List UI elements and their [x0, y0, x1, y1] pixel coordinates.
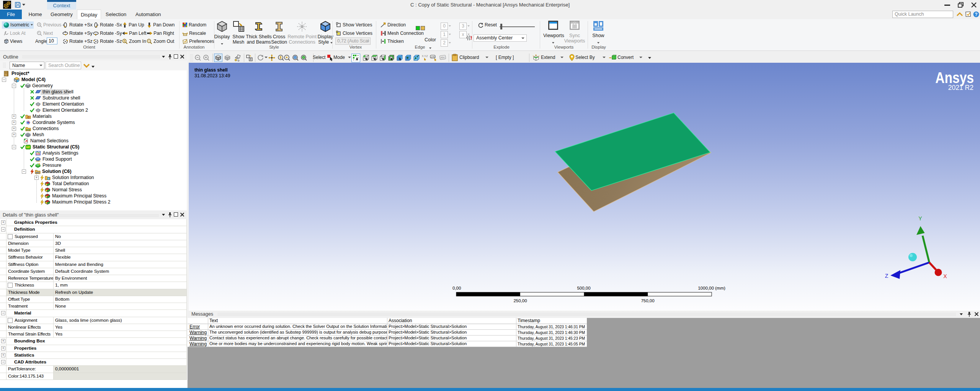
svg-text:X.Y.Z: X.Y.Z: [422, 55, 428, 57]
svg-text:Y: Y: [918, 215, 922, 222]
svg-text:750,00: 750,00: [641, 298, 654, 303]
svg-text:?: ?: [975, 12, 977, 17]
svg-text:X: X: [943, 273, 947, 279]
svg-text:Z: Z: [885, 273, 889, 279]
svg-text:500,00: 500,00: [577, 286, 590, 290]
svg-text:100: 100: [431, 55, 435, 58]
svg-text:250,00: 250,00: [513, 298, 527, 303]
svg-text:1000,00 (mm): 1000,00 (mm): [698, 286, 725, 290]
svg-text:0,00: 0,00: [452, 286, 461, 290]
